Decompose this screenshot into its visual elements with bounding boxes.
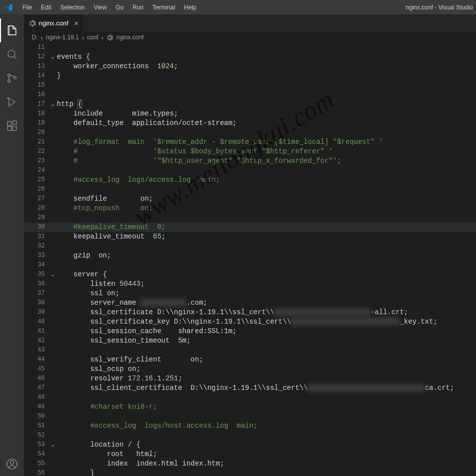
fold-toggle-icon[interactable]: ⌄ <box>49 52 57 62</box>
code-content[interactable]: ssl_session_timeout 5m; <box>57 336 476 346</box>
menu-view[interactable]: View <box>89 2 111 13</box>
code-content[interactable] <box>57 431 476 440</box>
code-content[interactable]: ssl_certificate_key D:\\nginx-1.19.1\\ss… <box>57 317 476 327</box>
code-line[interactable]: 14} <box>24 71 476 81</box>
extensions-icon[interactable] <box>0 114 24 138</box>
fold-toggle-icon[interactable]: ⌄ <box>49 440 57 450</box>
close-icon[interactable]: × <box>74 19 78 27</box>
code-content[interactable]: server { <box>57 270 476 279</box>
code-content[interactable]: location / { <box>57 440 476 450</box>
code-line[interactable]: 50 <box>24 412 476 421</box>
code-content[interactable]: server_name xxxxxxxxxxx.com; <box>57 298 476 308</box>
code-line[interactable]: 39 ssl_certificate D:\\nginx-1.19.1\\ssl… <box>24 308 476 317</box>
fold-toggle-icon[interactable]: ⌄ <box>49 100 57 109</box>
code-content[interactable]: ssl_session_cache shared:SSL:1m; <box>57 327 476 336</box>
code-line[interactable]: 41 ssl_session_cache shared:SSL:1m; <box>24 327 476 336</box>
code-line[interactable]: 54 root html; <box>24 450 476 459</box>
code-content[interactable] <box>57 260 476 270</box>
code-line[interactable]: 38 server_name xxxxxxxxxxx.com; <box>24 298 476 308</box>
code-content[interactable]: ssl_certificate D:\\nginx-1.19.1\\ssl_ce… <box>57 308 476 317</box>
code-line[interactable]: 28 #tcp_nopush on; <box>24 204 476 213</box>
code-line[interactable]: 21 #log_format main '$remote_addr - $rem… <box>24 137 476 147</box>
code-content[interactable]: index index.html index.htm; <box>57 459 476 469</box>
code-line[interactable]: 32 <box>24 241 476 251</box>
breadcrumb[interactable]: D: › nginx-1.19.1 › conf › nginx.conf <box>24 32 476 43</box>
breadcrumb-segment[interactable]: nginx.conf <box>117 34 144 41</box>
code-content[interactable]: ssl_client_certificate D:\\nginx-1.19.1\… <box>57 383 476 393</box>
code-line[interactable]: 46 resolver 172.16.1.251; <box>24 374 476 383</box>
code-content[interactable]: ssl on; <box>57 289 476 298</box>
code-line[interactable]: 55 index index.html index.htm; <box>24 459 476 469</box>
code-content[interactable]: #access_log logs/host.access.log main; <box>57 421 476 431</box>
code-content[interactable] <box>57 393 476 402</box>
search-icon[interactable] <box>0 42 24 66</box>
code-content[interactable]: # '$status $body_bytes_sent "$http_refer… <box>57 147 476 156</box>
code-content[interactable]: #log_format main '$remote_addr - $remote… <box>57 137 476 147</box>
code-line[interactable]: 29 <box>24 213 476 223</box>
code-content[interactable]: resolver 172.16.1.251; <box>57 374 476 383</box>
code-line[interactable]: 18 include mime.types; <box>24 109 476 119</box>
code-line[interactable]: 35⌄ server { <box>24 270 476 279</box>
code-content[interactable]: # '"$http_user_agent" "$http_x_forwarded… <box>57 156 476 166</box>
code-line[interactable]: 42 ssl_session_timeout 5m; <box>24 336 476 346</box>
menu-run[interactable]: Run <box>128 2 148 13</box>
code-content[interactable] <box>57 185 476 194</box>
code-line[interactable]: 37 ssl on; <box>24 289 476 298</box>
code-content[interactable] <box>57 43 476 52</box>
code-line[interactable]: 49 #charset koi8-r; <box>24 402 476 412</box>
code-content[interactable]: #tcp_nopush on; <box>57 204 476 213</box>
code-content[interactable] <box>57 412 476 421</box>
code-line[interactable]: 12⌄events { <box>24 52 476 62</box>
code-line[interactable]: 48 <box>24 393 476 402</box>
code-content[interactable]: keepalive_timeout 65; <box>57 232 476 241</box>
code-content[interactable] <box>57 213 476 223</box>
menu-go[interactable]: Go <box>111 2 128 13</box>
code-line[interactable]: 11 <box>24 43 476 52</box>
menu-help[interactable]: Help <box>180 2 201 13</box>
code-content[interactable]: #access_log logs/access.log main; <box>57 175 476 185</box>
code-line[interactable]: 47 ssl_client_certificate D:\\nginx-1.19… <box>24 383 476 393</box>
code-line[interactable]: 31 keepalive_timeout 65; <box>24 232 476 241</box>
breadcrumb-segment[interactable]: conf <box>87 34 99 41</box>
code-content[interactable]: listen 50443; <box>57 279 476 289</box>
fold-toggle-icon[interactable]: ⌄ <box>49 270 57 279</box>
tab-nginx-conf[interactable]: nginx.conf × <box>24 14 83 32</box>
code-line[interactable]: 16 <box>24 90 476 100</box>
code-content[interactable]: } <box>57 469 476 476</box>
code-content[interactable]: worker_connections 1024; <box>57 62 476 71</box>
code-line[interactable]: 56 } <box>24 469 476 476</box>
code-content[interactable]: ssl_verify_client on; <box>57 355 476 364</box>
menu-selection[interactable]: Selection <box>56 2 89 13</box>
code-line[interactable]: 52 <box>24 431 476 440</box>
code-line[interactable]: 15 <box>24 81 476 90</box>
breadcrumb-segment[interactable]: nginx-1.19.1 <box>46 34 79 41</box>
code-line[interactable]: 13 worker_connections 1024; <box>24 62 476 71</box>
code-line[interactable]: 19 default_type application/octet-stream… <box>24 119 476 128</box>
code-line[interactable]: 20 <box>24 128 476 137</box>
code-content[interactable] <box>57 81 476 90</box>
explorer-icon[interactable] <box>0 18 24 42</box>
code-line[interactable]: 44 ssl_verify_client on; <box>24 355 476 364</box>
code-content[interactable] <box>57 241 476 251</box>
code-line[interactable]: 51 #access_log logs/host.access.log main… <box>24 421 476 431</box>
code-content[interactable] <box>57 166 476 175</box>
code-content[interactable]: #keepalive_timeout 0; <box>57 223 476 232</box>
code-line[interactable]: 24 <box>24 166 476 175</box>
code-editor[interactable]: 1112⌄events {13 worker_connections 1024;… <box>24 43 476 476</box>
menu-edit[interactable]: Edit <box>36 2 56 13</box>
code-content[interactable]: ssl_ocsp on; <box>57 364 476 374</box>
code-line[interactable]: 43 <box>24 346 476 355</box>
code-line[interactable]: 27 sendfile on; <box>24 194 476 204</box>
breadcrumb-segment[interactable]: D: <box>32 34 38 41</box>
code-content[interactable]: root html; <box>57 450 476 459</box>
menu-file[interactable]: File <box>18 2 36 13</box>
menu-terminal[interactable]: Terminal <box>148 2 179 13</box>
code-line[interactable]: 17⌄http { <box>24 100 476 109</box>
code-line[interactable]: 45 ssl_ocsp on; <box>24 364 476 374</box>
code-content[interactable]: } <box>57 71 476 81</box>
code-content[interactable]: http { <box>57 100 476 109</box>
code-content[interactable]: sendfile on; <box>57 194 476 204</box>
code-line[interactable]: 30 #keepalive_timeout 0; <box>24 223 476 232</box>
code-content[interactable] <box>57 128 476 137</box>
code-line[interactable]: 26 <box>24 185 476 194</box>
